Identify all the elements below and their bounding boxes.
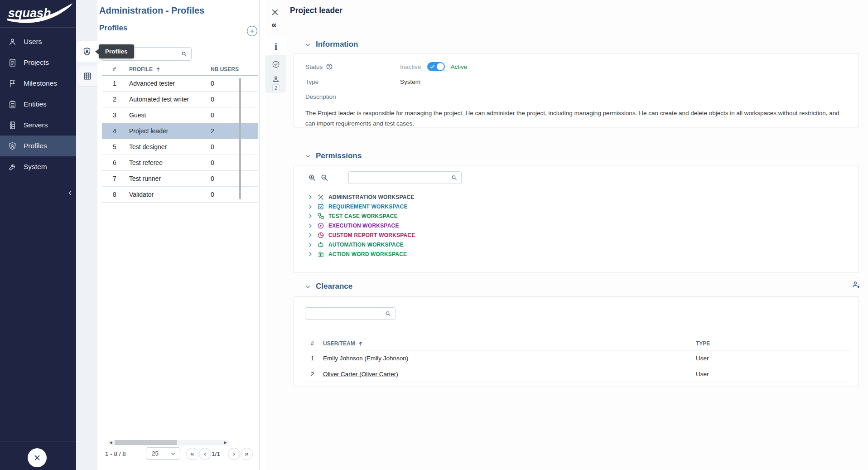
projects-icon xyxy=(8,58,17,68)
tree-item-action-word[interactable]: ACTION WORD WORKSPACE xyxy=(308,249,858,259)
tree-item-administration[interactable]: ADMINISTRATION WORKSPACE xyxy=(308,192,858,202)
squash-logo[interactable]: squash xyxy=(5,2,73,26)
servers-icon xyxy=(8,121,17,130)
permissions-card: ADMINISTRATION WORKSPACE REQUIREMENT WOR… xyxy=(294,165,859,272)
table-row[interactable]: 8Validator0 xyxy=(102,187,258,203)
test-case-tree-icon xyxy=(317,213,324,220)
table-row[interactable]: 3Guest0 xyxy=(102,107,258,123)
sidebar-item-label: Projects xyxy=(24,58,49,67)
description-label: Description xyxy=(305,93,400,100)
user-link[interactable]: Emily Johnson (Emily Johnson) xyxy=(323,355,408,362)
help-icon[interactable] xyxy=(326,63,333,70)
status-toggle[interactable] xyxy=(427,62,445,71)
scrollbar-thumb[interactable] xyxy=(115,440,177,445)
tab-clearance[interactable]: 2 xyxy=(265,73,286,93)
table-row-selected[interactable]: 4Project leader2 xyxy=(102,123,258,139)
users-icon xyxy=(8,37,17,47)
tree-item-requirement[interactable]: REQUIREMENT WORKSPACE xyxy=(308,202,858,211)
search-icon[interactable] xyxy=(181,51,188,58)
information-card: Status Inactive Active Type System Descr… xyxy=(294,53,859,127)
col-profile[interactable]: PROFILE xyxy=(129,66,211,73)
chevron-right-icon xyxy=(308,204,313,209)
table-row[interactable]: 2Automated test writer0 xyxy=(102,92,258,107)
tree-item-custom-report[interactable]: CUSTOM REPORT WORKSPACE xyxy=(308,230,858,240)
chevron-down-icon[interactable] xyxy=(305,284,311,290)
tree-item-execution[interactable]: EXECUTION WORKSPACE xyxy=(308,221,858,230)
chevron-right-icon xyxy=(308,194,313,200)
first-page-button[interactable]: « xyxy=(186,448,198,460)
col-nb-users[interactable]: NB USERS xyxy=(211,66,258,73)
table-row[interactable]: 6Test referee0 xyxy=(102,155,258,171)
workspace-tree: ADMINISTRATION WORKSPACE REQUIREMENT WOR… xyxy=(308,192,858,259)
clearance-count-badge: 2 xyxy=(272,84,280,91)
sidebar-item-milestones[interactable]: Milestones xyxy=(0,73,76,94)
page-indicator: 1/1 xyxy=(212,451,220,457)
chevron-down-icon[interactable] xyxy=(305,153,311,159)
active-label: Active xyxy=(451,63,468,70)
sidebar-item-projects[interactable]: Projects xyxy=(0,52,76,73)
sidebar-item-label: Milestones xyxy=(24,79,57,87)
chevron-down-icon[interactable] xyxy=(305,42,311,48)
add-user-icon[interactable] xyxy=(851,280,861,290)
table-row[interactable]: 1Advanced tester0 xyxy=(102,76,258,92)
requirement-icon xyxy=(317,203,324,210)
sidebar-item-users[interactable]: Users xyxy=(0,31,76,52)
sidebar-item-entities[interactable]: Entities xyxy=(0,94,76,115)
tree-item-test-case[interactable]: TEST CASE WORKSPACE xyxy=(308,211,858,221)
vertical-scrollbar[interactable] xyxy=(239,78,241,199)
previous-page-button[interactable]: ‹ xyxy=(199,448,211,460)
sidebar-item-profiles[interactable]: Profiles xyxy=(0,136,76,156)
chevron-right-icon xyxy=(308,233,313,238)
table-row[interactable]: 5Test designer0 xyxy=(102,139,258,155)
information-section-header: Information xyxy=(294,39,859,50)
search-icon[interactable] xyxy=(451,174,458,181)
next-page-button[interactable]: › xyxy=(228,448,240,460)
divider xyxy=(0,27,76,28)
close-icon xyxy=(33,454,41,462)
tab-permissions[interactable] xyxy=(265,58,286,71)
close-detail-icon[interactable] xyxy=(271,8,279,16)
exit-administration-button[interactable] xyxy=(28,448,47,467)
shield-person-icon xyxy=(82,47,92,57)
sort-asc-icon xyxy=(155,67,161,72)
sidebar-item-system[interactable]: System xyxy=(0,156,76,177)
scroll-right-icon[interactable]: ▶ xyxy=(222,440,228,446)
tab-information[interactable]: i xyxy=(265,39,286,55)
chevron-right-icon xyxy=(308,252,313,257)
detail-title: Project leader xyxy=(290,6,342,15)
tab-profiles[interactable] xyxy=(77,41,97,62)
collapse-rail-icon[interactable]: « xyxy=(271,19,277,30)
admin-tools-icon xyxy=(317,194,324,201)
tooltip-arrow xyxy=(95,49,99,54)
execution-play-icon xyxy=(317,222,324,229)
add-profile-button[interactable]: + xyxy=(247,26,257,36)
milestones-icon xyxy=(8,79,17,88)
tree-item-automation[interactable]: AUTOMATION WORKSPACE xyxy=(308,240,858,249)
page-size-select[interactable]: 25 xyxy=(146,447,180,460)
permissions-search-input[interactable] xyxy=(349,172,461,184)
sidebar-item-servers[interactable]: Servers xyxy=(0,115,76,136)
sidebar-collapse-icon[interactable]: ‹ xyxy=(68,187,72,198)
description-text: The Project leader is responsible for ma… xyxy=(305,108,847,129)
expand-all-icon[interactable] xyxy=(308,173,317,182)
user-link[interactable]: Oliver Carter (Oliver Carter) xyxy=(323,371,398,378)
col-type[interactable]: TYPE xyxy=(696,340,851,347)
table-row[interactable]: 7Test runner0 xyxy=(102,171,258,187)
entities-icon xyxy=(8,100,17,109)
last-page-button[interactable]: » xyxy=(241,448,253,460)
tab-permission-grid[interactable] xyxy=(77,66,97,87)
logo-text: squash xyxy=(8,6,51,20)
robot-icon xyxy=(317,241,324,248)
col-user-team[interactable]: USER/TEAM xyxy=(323,340,696,347)
section-title: Clearance xyxy=(316,282,352,291)
scroll-left-icon[interactable]: ◀ xyxy=(108,440,114,446)
chevron-right-icon xyxy=(308,213,313,219)
collapse-all-icon[interactable] xyxy=(320,173,329,182)
clearance-search-input[interactable] xyxy=(305,308,395,319)
sidebar-item-label: Entities xyxy=(24,100,47,108)
system-icon xyxy=(8,162,17,172)
search-icon[interactable] xyxy=(385,310,391,317)
divider xyxy=(0,441,76,441)
profiles-icon xyxy=(8,141,17,151)
permissions-search xyxy=(348,171,462,184)
